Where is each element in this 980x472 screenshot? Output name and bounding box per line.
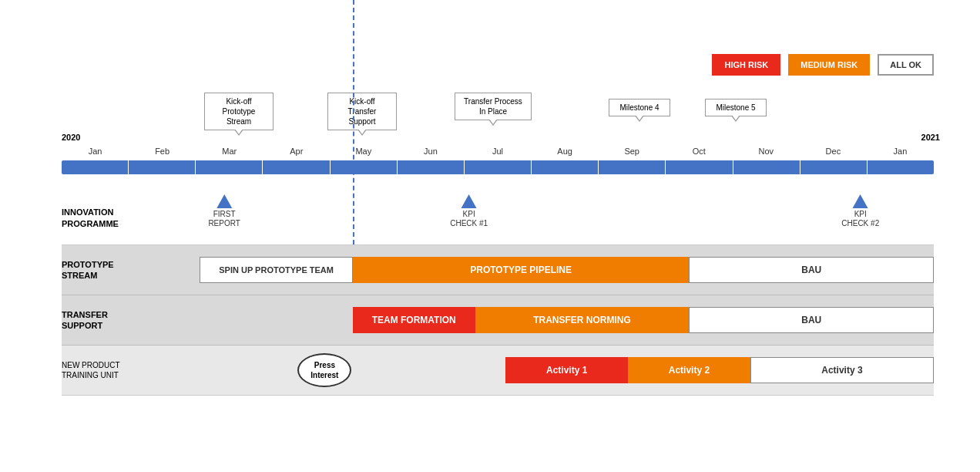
bar-activity2-label: Activity 2 [669, 365, 710, 376]
training-unit-row: NEW PRODUCTTRAINING UNIT Press Interest … [62, 346, 934, 396]
training-content: Press Interest Activity 1 Activity 2 Act… [139, 346, 934, 395]
triangle-kpi2 [853, 194, 868, 208]
month-jul: Jul [464, 147, 531, 159]
bar-spin-up[interactable]: SPIN UP PROTOTYPE TEAM [200, 257, 352, 283]
bar-activity3-label: Activity 3 [821, 365, 862, 376]
chart-container: HIGH RISK MEDIUM RISK ALL OK Kick-off Pr… [0, 0, 980, 472]
milestone-first-report: FIRSTREPORT [208, 194, 240, 228]
triangle-kpi1 [461, 194, 477, 208]
bar-transfer-norming[interactable]: TRANSFER NORMING [475, 307, 690, 333]
month-feb: Feb [129, 147, 196, 159]
callout-transfer-process: Transfer Process In Place [455, 93, 532, 120]
month-sep: Sep [599, 147, 666, 159]
bar-spin-up-label: SPIN UP PROTOTYPE TEAM [219, 265, 334, 275]
bar-team-formation-label: TEAM FORMATION [372, 315, 456, 325]
bar-prototype-pipeline[interactable]: PROTOTYPE PIPELINE [353, 257, 690, 283]
bar-bau-prototype[interactable]: BAU [689, 257, 934, 283]
prototype-content: SPIN UP PROTOTYPE TEAM PROTOTYPE PIPELIN… [139, 245, 934, 295]
bar-activity1[interactable]: Activity 1 [505, 357, 628, 383]
months-row: 2020 2021 Jan Feb Mar Apr May Jun Jul Au… [62, 147, 934, 159]
bar-team-formation[interactable]: TEAM FORMATION [353, 307, 475, 333]
milestone-kpi1: KPICHECK #1 [450, 194, 488, 228]
callout-kickoff-prototype: Kick-off Prototype Stream [204, 93, 274, 130]
innovation-programme-row: INNOVATIONPROGRAMME FIRSTREPORT KPICHECK… [62, 191, 934, 245]
bar-activity2[interactable]: Activity 2 [628, 357, 750, 383]
transfer-content: TEAM FORMATION TRANSFER NORMING BAU [139, 295, 934, 345]
legend-high-risk[interactable]: HIGH RISK [712, 54, 780, 76]
prototype-stream-row: PROTOTYPESTREAM SPIN UP PROTOTYPE TEAM P… [62, 245, 934, 295]
bar-prototype-pipeline-label: PROTOTYPE PIPELINE [470, 265, 572, 275]
legend-all-ok[interactable]: ALL OK [878, 54, 934, 76]
milestone-kpi1-label: KPICHECK #1 [450, 210, 488, 228]
year-start: 2020 [62, 133, 80, 142]
callout-milestone5: Milestone 5 [705, 99, 767, 116]
month-jan2: Jan [867, 147, 934, 159]
rows-section: INNOVATIONPROGRAMME FIRSTREPORT KPICHECK… [62, 191, 934, 396]
transfer-support-row: TRANSFERSUPPORT TEAM FORMATION TRANSFER … [62, 295, 934, 346]
bar-bau-transfer[interactable]: BAU [689, 307, 934, 333]
legend: HIGH RISK MEDIUM RISK ALL OK [712, 54, 934, 76]
bar-bau-prototype-label: BAU [801, 265, 821, 275]
year-end: 2021 [921, 133, 940, 142]
month-aug: Aug [532, 147, 599, 159]
bar-transfer-norming-label: TRANSFER NORMING [533, 315, 631, 325]
milestone-kpi2: KPICHECK #2 [841, 194, 879, 228]
bar-activity3[interactable]: Activity 3 [750, 357, 934, 383]
press-interest-oval[interactable]: Press Interest [297, 353, 351, 387]
bar-bau-transfer-label: BAU [801, 315, 821, 325]
month-oct: Oct [666, 147, 733, 159]
month-dec: Dec [800, 147, 867, 159]
callout-milestone4: Milestone 4 [609, 99, 670, 116]
training-label: NEW PRODUCTTRAINING UNIT [62, 360, 139, 380]
month-jan: Jan [62, 147, 129, 159]
bar-activity1-label: Activity 1 [546, 365, 587, 376]
press-interest-label: Press Interest [299, 360, 350, 380]
callout-kickoff-transfer: Kick-off Transfer Support [327, 93, 397, 130]
innovation-content: FIRSTREPORT KPICHECK #1 KPICHECK #2 [139, 191, 934, 244]
legend-medium-risk[interactable]: MEDIUM RISK [788, 54, 870, 76]
transfer-label: TRANSFERSUPPORT [62, 309, 139, 332]
timeline-section: Kick-off Prototype Stream Kick-off Trans… [62, 100, 934, 174]
timeline-bar [62, 160, 934, 174]
month-apr: Apr [263, 147, 330, 159]
milestone-first-report-label: FIRSTREPORT [208, 210, 240, 228]
month-jun: Jun [397, 147, 464, 159]
dashed-line [353, 0, 354, 244]
prototype-label: PROTOTYPESTREAM [62, 259, 139, 282]
triangle-first-report [216, 194, 232, 208]
innovation-label: INNOVATIONPROGRAMME [62, 207, 139, 229]
month-mar: Mar [196, 147, 263, 159]
month-nov: Nov [733, 147, 800, 159]
milestone-kpi2-label: KPICHECK #2 [841, 210, 879, 228]
month-may: May [330, 147, 397, 159]
